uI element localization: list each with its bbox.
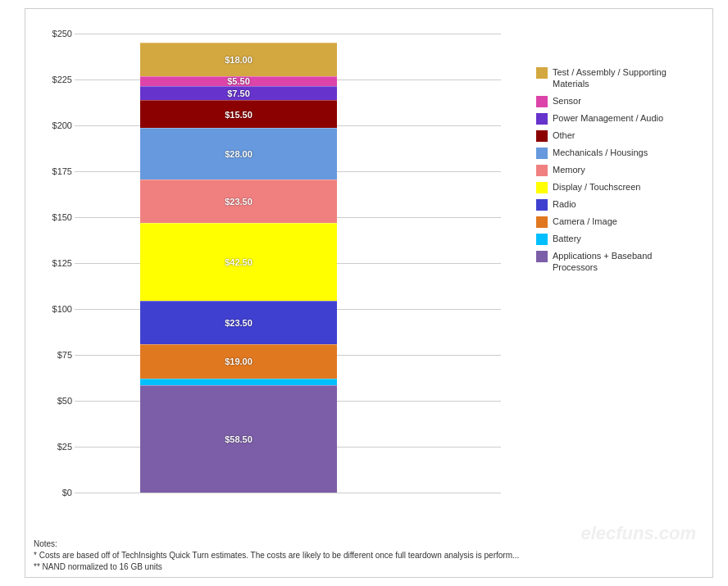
y-axis-label: $75	[35, 350, 72, 360]
legend-item-1: Sensor	[536, 95, 688, 107]
legend-item-6: Display / Touchscreen	[536, 181, 688, 193]
bar-segment-8: $7.50	[140, 86, 337, 100]
legend-label-10: Applications + Baseband Processors	[553, 250, 688, 274]
legend: Test / Assembly / Supporting MaterialsSe…	[536, 66, 688, 278]
y-axis-label: $225	[35, 75, 72, 84]
legend-label-3: Other	[553, 129, 576, 141]
bar-segment-2: $19.00	[140, 344, 337, 379]
legend-label-6: Display / Touchscreen	[553, 181, 640, 193]
notes: Notes:* Costs are based off of TechInsig…	[34, 538, 519, 573]
bar-segment-label-0: $58.50	[225, 434, 253, 444]
legend-item-2: Power Management / Audio	[536, 112, 688, 125]
chart-area: $58.50$19.00$23.50$42.50$23.50$28.00$15.…	[75, 34, 550, 525]
y-axis-label: $25	[35, 442, 72, 452]
legend-item-4: Mechanicals / Housings	[536, 147, 688, 159]
bar-segment-1	[140, 379, 337, 385]
bar-segment-9: $5.50	[140, 76, 337, 86]
bar-segment-label-9: $5.50	[227, 76, 250, 86]
legend-label-8: Camera / Image	[553, 216, 617, 227]
legend-item-3: Other	[536, 129, 688, 142]
bar-segment-6: $28.00	[140, 128, 337, 179]
legend-item-9: Battery	[536, 233, 688, 245]
legend-item-8: Camera / Image	[536, 216, 688, 228]
bar-segment-0: $58.50	[140, 385, 337, 493]
bar-segment-5: $23.50	[140, 179, 337, 223]
y-axis-label: $0	[35, 488, 72, 497]
y-axis-label: $200	[35, 120, 72, 130]
y-axis-label: $100	[35, 304, 72, 314]
note-1: * Costs are based off of TechInsights Qu…	[34, 550, 519, 561]
legend-label-7: Radio	[553, 198, 576, 210]
note-0: Notes:	[34, 538, 519, 550]
legend-label-5: Memory	[553, 164, 585, 175]
bar-segment-4: $42.50	[140, 223, 337, 301]
y-axis-label: $125	[35, 258, 72, 268]
bar-segment-label-8: $7.50	[227, 89, 250, 98]
bar-segment-label-5: $23.50	[225, 197, 253, 207]
bar-segment-label-4: $42.50	[225, 257, 253, 267]
bar-segment-label-7: $15.50	[225, 110, 253, 120]
legend-label-9: Battery	[553, 233, 581, 244]
bar-segment-3: $23.50	[140, 301, 337, 344]
bar-segment-7: $15.50	[140, 100, 337, 129]
legend-label-0: Test / Assembly / Supporting Materials	[553, 66, 688, 90]
bar-segment-label-2: $19.00	[225, 357, 253, 366]
legend-label-1: Sensor	[553, 95, 581, 107]
legend-item-5: Memory	[536, 164, 688, 176]
legend-label-2: Power Management / Audio	[553, 112, 663, 124]
bar-segment-label-3: $23.50	[225, 318, 253, 328]
bar-segment-label-10: $18.00	[225, 55, 253, 65]
y-axis-label: $50	[35, 396, 72, 406]
legend-item-7: Radio	[536, 198, 688, 211]
y-axis-label: $250	[35, 29, 72, 39]
bar-segment-10: $18.00	[140, 43, 337, 75]
bar-segment-label-6: $28.00	[225, 149, 253, 159]
y-axis-label: $175	[35, 166, 72, 176]
legend-item-10: Applications + Baseband Processors	[536, 250, 688, 274]
chart-title	[25, 11, 712, 20]
y-axis-label: $150	[35, 212, 72, 222]
note-2: ** NAND normalized to 16 GB units	[34, 561, 519, 573]
legend-item-0: Test / Assembly / Supporting Materials	[536, 66, 688, 90]
bar: $58.50$19.00$23.50$42.50$23.50$28.00$15.…	[140, 34, 337, 493]
chart-container: Test / Assembly / Supporting MaterialsSe…	[25, 8, 713, 578]
watermark: elecfuns.com	[580, 523, 696, 544]
legend-label-4: Mechanicals / Housings	[553, 147, 648, 158]
